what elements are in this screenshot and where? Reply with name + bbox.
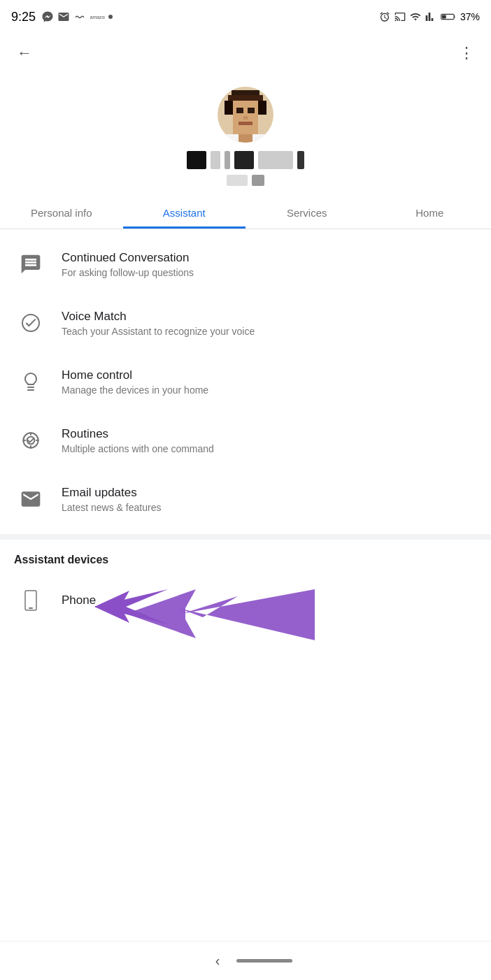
list-item-phone[interactable]: Phone (0, 572, 491, 630)
more-options-button[interactable]: ⋮ (453, 38, 480, 68)
svg-rect-13 (239, 122, 252, 125)
profile-email (227, 175, 264, 186)
phone-item-container: Phone (0, 572, 491, 630)
phone-device-icon (14, 584, 48, 618)
status-time: 9:25 (11, 10, 36, 24)
cast-icon (394, 11, 406, 22)
svg-rect-8 (258, 101, 266, 115)
back-button[interactable]: ← (11, 38, 38, 68)
continued-conversation-content: Continued Conversation For asking follow… (62, 251, 477, 278)
nav-back-button[interactable]: ‹ (199, 944, 237, 977)
tab-services[interactable]: Services (246, 197, 369, 229)
amazon-icon: amazon (90, 10, 105, 23)
svg-rect-17 (252, 134, 273, 143)
tabs-container: Personal info Assistant Services Home (0, 197, 491, 229)
dot-icon (108, 15, 113, 19)
voice-match-title: Voice Match (62, 310, 477, 324)
continued-conversation-subtitle: For asking follow-up questions (62, 267, 477, 278)
assistant-devices-section: Assistant devices Phone (0, 540, 491, 630)
email-icon (14, 482, 48, 516)
nav-bar: ‹ (0, 941, 491, 980)
svg-rect-16 (218, 134, 239, 143)
svg-point-1 (108, 15, 113, 19)
home-control-subtitle: Manage the devices in your home (62, 384, 477, 396)
status-bar-right: 37% (379, 11, 480, 22)
svg-rect-11 (248, 108, 255, 113)
routines-subtitle: Multiple actions with one command (62, 443, 477, 454)
list-item-routines[interactable]: Routines Multiple actions with one comma… (0, 411, 491, 470)
list-item-continued-conversation[interactable]: Continued Conversation For asking follow… (0, 235, 491, 294)
svg-rect-7 (225, 101, 233, 115)
voice-match-icon (14, 306, 48, 340)
battery-percent: 37% (460, 11, 480, 22)
home-control-content: Home control Manage the devices in your … (62, 368, 477, 396)
bottom-spacer (0, 630, 491, 686)
voice-match-subtitle: Teach your Assistant to recognize your v… (62, 326, 477, 337)
section-divider (0, 534, 491, 540)
tab-personal-info[interactable]: Personal info (0, 197, 123, 229)
email-updates-title: Email updates (62, 486, 477, 500)
profile-section (0, 73, 491, 197)
list-item-voice-match[interactable]: Voice Match Teach your Assistant to reco… (0, 294, 491, 352)
voice-match-content: Voice Match Teach your Assistant to reco… (62, 310, 477, 337)
status-bar: 9:25 amazon (0, 0, 491, 34)
list-section: Continued Conversation For asking follow… (0, 229, 491, 534)
svg-rect-14 (233, 125, 258, 136)
avatar (218, 87, 273, 143)
list-item-home-control[interactable]: Home control Manage the devices in your … (0, 352, 491, 411)
svg-rect-26 (29, 607, 33, 609)
tab-assistant[interactable]: Assistant (123, 197, 246, 229)
email-updates-content: Email updates Latest news & features (62, 486, 477, 513)
notification-icons: amazon (41, 10, 113, 23)
routines-content: Routines Multiple actions with one comma… (62, 427, 477, 454)
gmail-icon (57, 10, 70, 23)
avatar-image (218, 87, 273, 143)
phone-title: Phone (62, 593, 477, 607)
alarm-icon (379, 11, 390, 22)
chat-icon (14, 247, 48, 281)
phone-content: Phone (62, 593, 477, 610)
svg-rect-15 (239, 134, 252, 143)
app-bar: ← ⋮ (0, 34, 491, 73)
routines-icon (14, 424, 48, 457)
home-control-title: Home control (62, 368, 477, 382)
lightbulb-icon (14, 365, 48, 398)
mustache-icon (73, 10, 86, 23)
svg-rect-25 (25, 591, 36, 610)
battery-icon (441, 12, 456, 22)
status-bar-left: 9:25 amazon (11, 10, 113, 24)
svg-text:amazon: amazon (90, 15, 105, 20)
list-item-email-updates[interactable]: Email updates Latest news & features (0, 470, 491, 528)
svg-rect-3 (442, 15, 446, 18)
home-indicator[interactable] (236, 959, 292, 963)
signal-icon (425, 11, 436, 22)
profile-name (187, 151, 304, 169)
wifi-icon (410, 11, 421, 22)
routines-title: Routines (62, 427, 477, 441)
svg-rect-12 (243, 116, 248, 120)
svg-rect-10 (236, 108, 243, 113)
assistant-devices-header: Assistant devices (0, 540, 491, 572)
continued-conversation-title: Continued Conversation (62, 251, 477, 265)
tab-home[interactable]: Home (369, 197, 492, 229)
email-updates-subtitle: Latest news & features (62, 502, 477, 513)
messenger-icon (41, 10, 54, 23)
